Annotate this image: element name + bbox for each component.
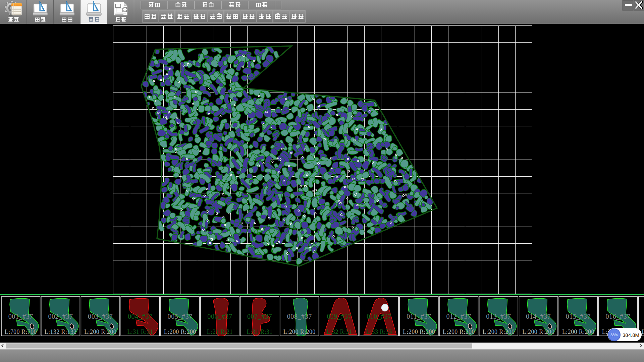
svg-text:L:200 R:200: L:200 R:200 — [164, 328, 196, 335]
svg-text:L:200 R:200: L:200 R:200 — [522, 328, 554, 335]
svg-text:L:31 R:31: L:31 R:31 — [247, 328, 273, 335]
svg-text:L:200 R:200: L:200 R:200 — [403, 328, 435, 335]
svg-text:009_#37: 009_#37 — [327, 313, 352, 320]
svg-text:L:200 R:200: L:200 R:200 — [283, 328, 316, 335]
svg-text:015_#37: 015_#37 — [566, 313, 591, 320]
svg-text:L:32 R:31: L:32 R:31 — [326, 328, 352, 335]
svg-text:L:700 R:700: L:700 R:700 — [5, 328, 37, 335]
svg-text:006_#37: 006_#37 — [207, 313, 232, 320]
svg-text:L:132 R:132: L:132 R:132 — [45, 328, 77, 335]
svg-text:L:200 R:200: L:200 R:200 — [84, 328, 116, 335]
svg-text:016_#37: 016_#37 — [605, 313, 630, 320]
svg-text:008_#37: 008_#37 — [287, 313, 312, 320]
svg-text:010_#37: 010_#37 — [367, 313, 391, 320]
svg-text:L:200 R:200: L:200 R:200 — [482, 328, 515, 335]
svg-text:38%: 38% — [610, 333, 618, 337]
svg-text:007_#37: 007_#37 — [247, 313, 272, 320]
svg-text:012_#37: 012_#37 — [446, 313, 471, 320]
svg-text:L:200 R:200: L:200 R:200 — [642, 328, 644, 335]
svg-text:002_#37: 002_#37 — [48, 313, 73, 320]
svg-text:L:33 R:33: L:33 R:33 — [366, 328, 392, 335]
svg-text:001_#37: 001_#37 — [8, 313, 33, 320]
svg-text:004_#37: 004_#37 — [128, 313, 153, 320]
svg-text:014_#37: 014_#37 — [526, 313, 551, 320]
svg-text:005_#37: 005_#37 — [168, 313, 193, 320]
svg-text:L:200 R:200: L:200 R:200 — [562, 328, 594, 335]
svg-text:L:21 R:21: L:21 R:21 — [207, 328, 233, 335]
svg-text:L:31 R:31: L:31 R:31 — [127, 328, 153, 335]
svg-text:013_#37: 013_#37 — [486, 313, 511, 320]
svg-text:011_#37: 011_#37 — [407, 313, 431, 320]
svg-text:384.8M: 384.8M — [623, 332, 639, 338]
svg-text:003_#37: 003_#37 — [88, 313, 113, 320]
svg-text:L:200 R:200: L:200 R:200 — [443, 328, 475, 335]
